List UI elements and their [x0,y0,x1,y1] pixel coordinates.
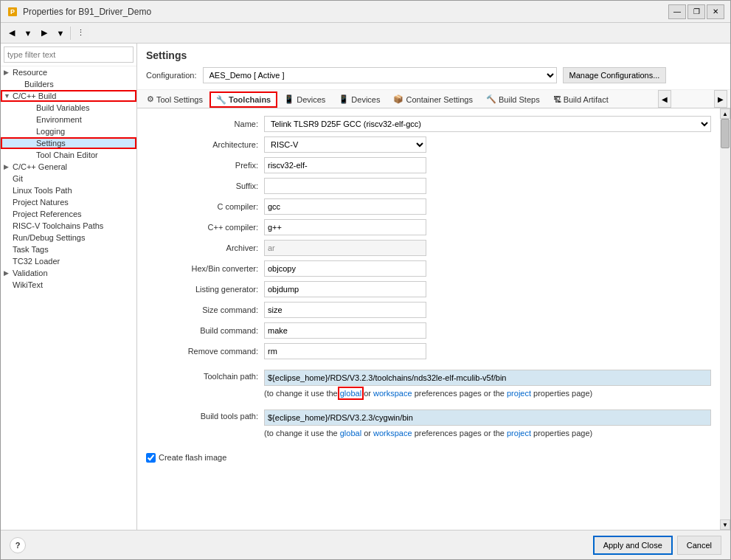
minimize-button[interactable]: — [668,4,686,19]
tree-item-label: WikiText [13,280,43,289]
tree-item[interactable]: Logging [1,125,136,137]
forward-dropdown-icon: ▼ [57,29,65,38]
tree-arrow-icon: ▶ [4,269,13,277]
scroll-down-button[interactable]: ▼ [720,519,730,530]
suffix-input[interactable] [264,178,426,194]
tree-item[interactable]: ▶C/C++ General [1,161,136,173]
more-button[interactable]: ⋮ [72,25,89,41]
tree-item-label: Run/Debug Settings [13,233,85,242]
tab-build-artifact[interactable]: 🏗 Build Artifact [547,91,615,107]
tree-item[interactable]: RISC-V Toolchains Paths [1,220,136,232]
toolbar-separator [70,27,71,40]
tree-item[interactable]: Settings [1,137,136,149]
size-cmd-input[interactable] [264,302,426,318]
tree-item[interactable]: Project References [1,208,136,220]
tree-item[interactable]: ▼C/C++ Build [1,90,136,102]
devices-2-icon: 📱 [339,94,349,104]
cpp-compiler-row: C++ compiler: [146,219,711,235]
create-flash-row: Create flash image [146,450,711,466]
listing-gen-row: Listing generator: [146,281,711,297]
tree-item[interactable]: Git [1,173,136,184]
arch-label: Architecture: [146,140,264,149]
c-compiler-input[interactable] [264,198,426,215]
remove-cmd-input[interactable] [264,343,426,359]
tree-item[interactable]: TC32 Loader [1,255,136,267]
tree-item-label: RISC-V Toolchains Paths [13,221,103,230]
tree-item[interactable]: Project Natures [1,196,136,208]
tree-item[interactable]: Environment [1,114,136,125]
build-tools-path-input[interactable] [264,409,711,426]
tree-item-label: Git [13,174,23,183]
toolchains-icon: 🔧 [216,95,226,105]
prefix-label: Prefix: [146,161,264,170]
main-window: P Properties for B91_Driver_Demo — ❐ ✕ ◀… [0,0,731,560]
toolchain-global-link[interactable]: global [340,389,361,398]
create-flash-checkbox[interactable] [146,453,156,463]
manage-configs-button[interactable]: Manage Configurations... [563,67,667,83]
forward-button[interactable]: ▶ [36,25,52,41]
listing-gen-input[interactable] [264,281,426,297]
window-title: Properties for B91_Driver_Demo [23,7,668,17]
tree-item[interactable]: Run/Debug Settings [1,232,136,243]
build-tools-path-hint: (to change it use the global or workspac… [264,428,711,439]
tree-item[interactable]: Build Variables [1,102,136,114]
restore-button[interactable]: ❐ [687,4,705,19]
toolchain-path-input[interactable] [264,370,711,386]
window-icon: P [7,6,18,18]
tab-build-steps[interactable]: 🔨 Build Steps [479,91,547,107]
c-compiler-label: C compiler: [146,202,264,211]
archiver-row: Archiver: [146,240,711,256]
close-button[interactable]: ✕ [707,4,724,19]
scroll-up-button[interactable]: ▲ [720,108,730,119]
toolchain-project-link[interactable]: project [507,389,531,398]
filter-box [1,44,136,66]
tree-item[interactable]: Linux Tools Path [1,184,136,196]
build-tools-path-content: (to change it use the global or workspac… [264,409,711,439]
more-icon: ⋮ [77,28,85,38]
build-tools-project-link[interactable]: project [507,429,531,438]
tree-arrow-icon: ▶ [4,163,13,170]
arch-select[interactable]: RISC-V [264,136,426,153]
cancel-button[interactable]: Cancel [677,536,721,555]
config-select[interactable]: AES_Demo [ Active ] [203,67,557,83]
filter-input[interactable] [4,46,134,63]
build-tools-global-link[interactable]: global [340,429,361,438]
devices-1-icon: 📱 [284,94,294,104]
toolchain-path-label: Toolchain path: [146,370,264,381]
help-button[interactable]: ? [10,537,26,553]
cpp-compiler-label: C++ compiler: [146,223,264,232]
tab-devices-2[interactable]: 📱 Devices [332,91,387,107]
back-button[interactable]: ◀ [4,25,20,41]
vertical-scrollbar[interactable]: ▲ ▼ [720,108,730,530]
forward-dropdown-button[interactable]: ▼ [52,25,69,41]
scroll-thumb[interactable] [721,119,730,148]
tree-item-label: Linux Tools Path [13,186,72,195]
tree-item[interactable]: Task Tags [1,243,136,255]
build-cmd-input[interactable] [264,322,426,339]
cpp-compiler-input[interactable] [264,219,426,235]
back-dropdown-button[interactable]: ▼ [20,25,36,41]
tree-item[interactable]: ▶Resource [1,66,136,78]
prefix-input[interactable] [264,157,426,173]
build-tools-workspace-link[interactable]: workspace [373,429,412,438]
tree-item[interactable]: Builders [1,78,136,90]
name-select[interactable]: Telink TLSR9 D25F GCC (riscv32-elf-gcc) [264,116,711,132]
tab-devices-1[interactable]: 📱 Devices [277,91,332,107]
archiver-input [264,240,426,256]
apply-close-button[interactable]: Apply and Close [593,536,673,555]
toolchain-workspace-link[interactable]: workspace [373,389,412,398]
tabs-scroll-left[interactable]: ◀ [658,90,671,108]
tab-container-settings[interactable]: 📦 Container Settings [387,91,479,107]
tab-tool-settings[interactable]: ⚙ Tool Settings [140,91,209,107]
page-title: Settings [146,49,721,61]
tree-item[interactable]: ▶Validation [1,267,136,279]
build-tools-path-row: Build tools path: (to change it use the … [146,409,711,439]
form-scroll-container: Name: Telink TLSR9 D25F GCC (riscv32-elf… [137,108,730,530]
tabs-scroll-right[interactable]: ▶ [714,90,727,108]
tree-item[interactable]: Tool Chain Editor [1,149,136,161]
hex-bin-input[interactable] [264,260,426,277]
tree-item[interactable]: WikiText [1,279,136,291]
tab-toolchains[interactable]: 🔧 Toolchains [209,91,277,108]
build-artifact-icon: 🏗 [553,95,561,104]
suffix-row: Suffix: [146,178,711,194]
